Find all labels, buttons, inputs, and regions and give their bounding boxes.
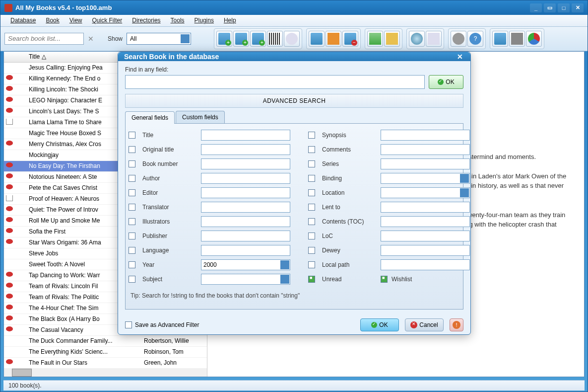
field-checkbox[interactable]: [129, 218, 135, 225]
add-manual-button[interactable]: [250, 31, 266, 47]
field-input[interactable]: [201, 173, 290, 184]
save-filter-checkbox[interactable]: [125, 321, 132, 328]
field-input[interactable]: [381, 130, 470, 141]
unread-icon: [6, 294, 15, 301]
stats-button[interactable]: [526, 31, 542, 47]
menu-tools[interactable]: Tools: [166, 15, 190, 25]
dialog-cancel-button[interactable]: Cancel: [405, 318, 444, 331]
print-button[interactable]: [509, 31, 525, 47]
field-checkbox[interactable]: [308, 276, 315, 283]
menu-plugins[interactable]: Plugins: [190, 15, 219, 25]
field-input[interactable]: [381, 245, 470, 256]
unread-icon: [6, 75, 15, 82]
cart-icon: [6, 195, 15, 202]
field-checkbox[interactable]: [129, 132, 135, 139]
minimize-button[interactable]: _: [530, 3, 542, 12]
blank-icon: [17, 64, 26, 71]
close-button[interactable]: ✕: [572, 3, 584, 12]
sort-button[interactable]: [367, 31, 383, 47]
field-input[interactable]: [201, 202, 290, 213]
tab-general-fields[interactable]: General fields: [125, 111, 175, 124]
field-label: Unread: [322, 276, 377, 283]
blank-icon: [17, 217, 26, 224]
toolbar: ✕ Show All − ?: [0, 27, 588, 51]
find-ok-button[interactable]: OK: [429, 75, 463, 89]
restore-button[interactable]: ▭: [544, 3, 556, 12]
list-item[interactable]: The Everything Kids' Scienc...Robinson, …: [4, 347, 207, 358]
warn-icon: !: [453, 321, 460, 329]
field-checkbox[interactable]: [308, 175, 315, 182]
delete-book-button[interactable]: −: [342, 31, 358, 47]
dialog-ok-button[interactable]: OK: [360, 318, 399, 331]
field-checkbox[interactable]: [308, 132, 315, 139]
field-checkbox[interactable]: [308, 160, 315, 167]
menu-view[interactable]: View: [65, 15, 87, 25]
find-input[interactable]: [125, 75, 425, 89]
group-button[interactable]: [384, 31, 400, 47]
help-button[interactable]: ?: [467, 31, 483, 47]
search-db-button[interactable]: [284, 31, 300, 47]
field-checkbox[interactable]: [129, 189, 135, 196]
field-checkbox[interactable]: [129, 233, 135, 239]
unread-icon: [6, 239, 15, 246]
add-book-button[interactable]: [216, 31, 232, 47]
field-input[interactable]: [201, 231, 290, 241]
field-checkbox[interactable]: [308, 218, 315, 225]
list-item[interactable]: The Fault in Our StarsGreen, John: [4, 358, 207, 369]
menu-help[interactable]: Help: [219, 15, 241, 25]
maximize-button[interactable]: □: [558, 3, 570, 12]
field-input[interactable]: [381, 231, 470, 241]
copy-book-button[interactable]: [326, 31, 341, 47]
field-select[interactable]: 2000: [201, 259, 290, 270]
dialog-close-button[interactable]: ✕: [456, 52, 464, 61]
field-label: Editor: [142, 189, 197, 196]
field-checkbox[interactable]: [308, 204, 315, 211]
horizontal-scrollbar[interactable]: [4, 369, 207, 377]
add-ebook-button[interactable]: [233, 31, 249, 47]
field-input[interactable]: [201, 130, 290, 141]
show-select[interactable]: All: [127, 33, 191, 45]
field-checkbox[interactable]: [308, 146, 315, 153]
menu-database[interactable]: Database: [5, 15, 41, 25]
menu-directories[interactable]: Directories: [127, 15, 165, 25]
field-input[interactable]: [201, 216, 290, 227]
field-checkbox[interactable]: [381, 276, 388, 283]
settings-button[interactable]: [451, 31, 466, 47]
edit-book-button[interactable]: [309, 31, 325, 47]
field-select[interactable]: [381, 187, 470, 198]
field-checkbox[interactable]: [129, 160, 135, 167]
field-checkbox[interactable]: [308, 189, 315, 196]
export-button[interactable]: [492, 31, 508, 47]
field-input[interactable]: [381, 216, 470, 227]
field-input[interactable]: [201, 187, 290, 198]
search-input[interactable]: [4, 33, 84, 45]
field-checkbox[interactable]: [129, 261, 135, 268]
field-checkbox[interactable]: [308, 261, 315, 268]
field-label: Book number: [142, 160, 197, 167]
field-select[interactable]: [381, 173, 470, 184]
field-input[interactable]: [201, 158, 290, 169]
menu-quick-filter[interactable]: Quick Filter: [87, 15, 128, 25]
dialog-warn-button[interactable]: !: [450, 318, 463, 331]
field-input[interactable]: [381, 158, 470, 169]
field-select[interactable]: [201, 274, 290, 285]
field-checkbox[interactable]: [308, 247, 315, 254]
clear-search-icon[interactable]: ✕: [88, 35, 94, 43]
field-input[interactable]: [381, 259, 470, 270]
find-button[interactable]: [409, 31, 425, 47]
field-checkbox[interactable]: [129, 175, 135, 182]
blank-icon: [17, 294, 26, 301]
menu-book[interactable]: Book: [41, 15, 64, 25]
field-checkbox[interactable]: [308, 233, 315, 239]
field-checkbox[interactable]: [129, 276, 135, 283]
field-checkbox[interactable]: [129, 247, 135, 254]
preview-button[interactable]: [426, 31, 442, 47]
field-input[interactable]: [201, 245, 290, 256]
field-checkbox[interactable]: [129, 146, 135, 153]
field-input[interactable]: [381, 202, 470, 213]
tab-custom-fields[interactable]: Custom fields: [176, 111, 225, 123]
field-input[interactable]: [201, 144, 290, 155]
field-input[interactable]: [381, 144, 470, 155]
field-checkbox[interactable]: [129, 204, 135, 211]
add-barcode-button[interactable]: [267, 31, 283, 47]
